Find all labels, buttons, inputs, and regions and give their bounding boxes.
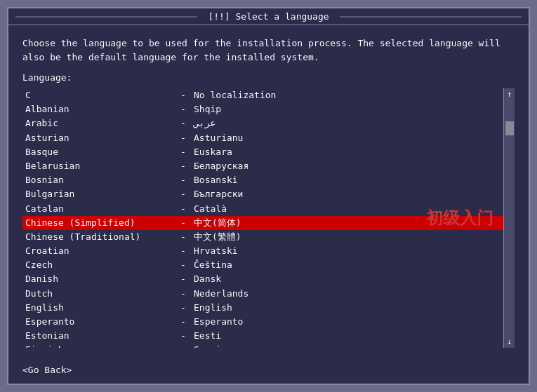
scroll-up-arrow[interactable]: ↑	[504, 88, 515, 100]
description: Choose the language to be used for the i…	[22, 36, 515, 64]
lang-separator: -	[173, 146, 194, 158]
lang-native: Hrvatski	[194, 245, 238, 257]
lang-native: 中文(简体)	[194, 217, 241, 229]
lang-separator: -	[173, 316, 194, 328]
lang-name: C	[25, 89, 173, 102]
lang-separator: -	[173, 259, 194, 271]
lang-native: Čeština	[194, 259, 232, 271]
lang-separator: -	[173, 203, 194, 215]
lang-name: Finnish	[25, 344, 173, 348]
list-item[interactable]: Danish-Dansk	[22, 272, 503, 286]
chinese-watermark: 初级入门	[426, 207, 493, 229]
lang-separator: -	[173, 160, 194, 173]
scroll-down-arrow[interactable]: ↓	[504, 336, 515, 348]
go-back-button[interactable]: <Go Back>	[22, 365, 72, 375]
list-item[interactable]: Bulgarian-Български	[22, 187, 503, 201]
lang-separator: -	[173, 288, 194, 300]
lang-separator: -	[173, 302, 194, 314]
lang-separator: -	[173, 117, 194, 130]
lang-native: Asturianu	[194, 132, 243, 144]
lang-separator: -	[173, 330, 194, 342]
lang-name: Chinese (Simplified)	[25, 217, 173, 229]
lang-native: Shqip	[194, 103, 221, 116]
lang-name: Esperanto	[25, 316, 173, 328]
lang-native: Беларуская	[194, 160, 248, 173]
lang-native: Esperanto	[194, 316, 243, 328]
lang-native: Dansk	[194, 273, 221, 285]
list-item[interactable]: Croatian-Hrvatski	[22, 244, 503, 258]
list-item[interactable]: Finnish-Suomi	[22, 343, 503, 348]
lang-separator: -	[173, 188, 194, 201]
list-item[interactable]: Esperanto-Esperanto	[22, 315, 503, 329]
lang-native: English	[194, 302, 232, 314]
list-item[interactable]: Arabic-عربي	[22, 116, 503, 130]
lang-native: Suomi	[194, 344, 221, 348]
list-item[interactable]: Albanian-Shqip	[22, 102, 503, 116]
list-item[interactable]: English-English	[22, 301, 503, 315]
list-container: C-No localizationAlbanian-ShqipArabic-عر…	[22, 88, 515, 348]
list-item[interactable]: C-No localization	[22, 88, 503, 102]
dialog-window: [!!] Select a language Choose the langua…	[7, 7, 530, 385]
lang-separator: -	[173, 231, 194, 243]
lang-name: English	[25, 302, 173, 314]
lang-name: Danish	[25, 273, 173, 285]
lang-name: Catalan	[25, 203, 173, 215]
lang-native: Euskara	[194, 146, 232, 158]
lang-separator: -	[173, 245, 194, 257]
scrollbar[interactable]: ↑ ↓	[503, 88, 515, 348]
lang-separator: -	[173, 273, 194, 285]
lang-name: Chinese (Traditional)	[25, 231, 173, 243]
scroll-track[interactable]	[504, 100, 515, 336]
description-line2: also be the default language for the ins…	[22, 50, 515, 65]
lang-separator: -	[173, 174, 194, 187]
lang-name: Basque	[25, 146, 173, 158]
list-item[interactable]: Dutch-Nederlands	[22, 287, 503, 301]
lang-separator: -	[173, 103, 194, 116]
lang-name: Bulgarian	[25, 188, 173, 201]
lang-native: No localization	[194, 89, 276, 102]
list-item[interactable]: Basque-Euskara	[22, 145, 503, 159]
lang-separator: -	[173, 344, 194, 348]
content-area: Choose the language to be used for the i…	[8, 25, 529, 359]
lang-native: Català	[194, 203, 227, 215]
lang-separator: -	[173, 89, 194, 102]
language-label: Language:	[22, 72, 515, 83]
lang-name: Czech	[25, 259, 173, 271]
lang-native: Eesti	[194, 330, 221, 342]
lang-name: Croatian	[25, 245, 173, 257]
list-item[interactable]: Czech-Čeština	[22, 258, 503, 272]
lang-name: Belarusian	[25, 160, 173, 173]
lang-native: عربي	[194, 117, 216, 130]
lang-name: Dutch	[25, 288, 173, 300]
lang-name: Asturian	[25, 132, 173, 144]
description-line1: Choose the language to be used for the i…	[22, 36, 515, 50]
list-item[interactable]: Belarusian-Беларуская	[22, 159, 503, 173]
list-item[interactable]: Bosnian-Bosanski	[22, 173, 503, 187]
lang-separator: -	[173, 217, 194, 229]
window-title: [!!] Select a language	[208, 11, 329, 22]
list-item[interactable]: Chinese (Traditional)-中文(繁體)	[22, 230, 503, 244]
lang-native: 中文(繁體)	[194, 231, 241, 243]
lang-name: Albanian	[25, 103, 173, 116]
lang-native: Bosanski	[194, 174, 238, 187]
list-item[interactable]: Estonian-Eesti	[22, 329, 503, 343]
lang-native: Български	[194, 188, 243, 201]
lang-name: Arabic	[25, 117, 173, 130]
scroll-thumb[interactable]	[505, 121, 514, 135]
title-bar: [!!] Select a language	[8, 8, 529, 25]
lang-name: Estonian	[25, 330, 173, 342]
list-item[interactable]: Asturian-Asturianu	[22, 131, 503, 145]
footer: <Go Back>	[8, 359, 529, 384]
lang-name: Bosnian	[25, 174, 173, 187]
lang-separator: -	[173, 132, 194, 144]
lang-native: Nederlands	[194, 288, 248, 300]
